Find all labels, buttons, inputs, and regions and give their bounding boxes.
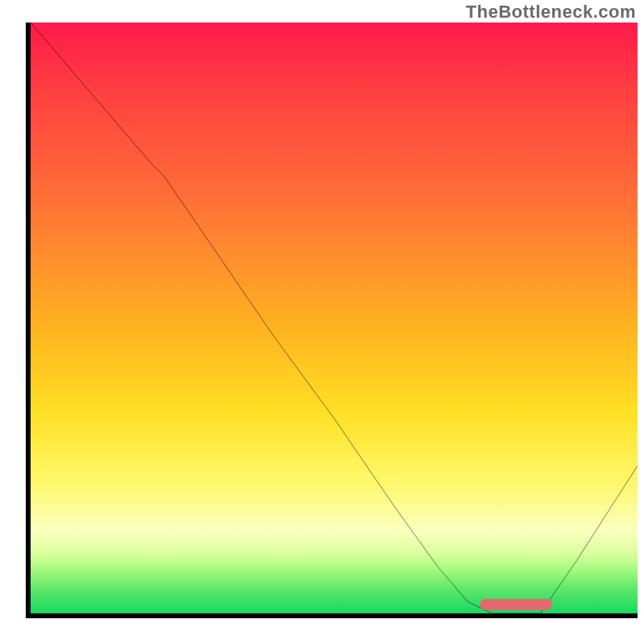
- bottleneck-curve: [31, 23, 638, 613]
- plot-area: [26, 23, 638, 618]
- curve-path: [31, 23, 638, 613]
- attribution-label: TheBottleneck.com: [466, 2, 636, 23]
- optimal-range-marker: [480, 599, 552, 610]
- chart-frame: TheBottleneck.com: [0, 0, 644, 644]
